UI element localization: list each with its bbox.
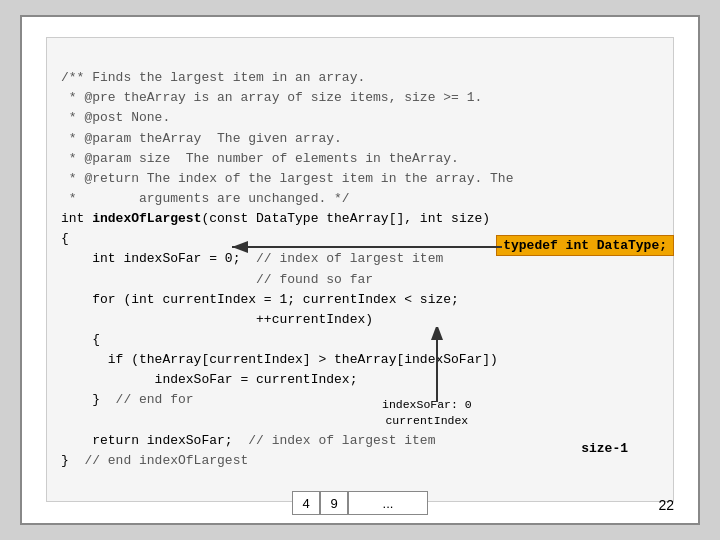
code-line-14: indexSoFar = currentIndex;: [61, 372, 357, 387]
code-line-15: } // end for: [61, 392, 194, 407]
annotation-currentindex: currentIndex: [382, 413, 472, 429]
page-dots: ...: [348, 491, 428, 515]
page-9[interactable]: 9: [320, 491, 348, 515]
typedef-box: typedef int DataType;: [496, 235, 674, 256]
page-number: 22: [658, 497, 674, 513]
code-line-10: int indexSoFar = 0; // index of largest …: [61, 251, 443, 286]
slide: /** Finds the largest item in an array. …: [20, 15, 700, 525]
code-line-12: {: [61, 332, 100, 347]
annotation-box: indexSoFar: 0 currentIndex: [382, 397, 472, 429]
code-line-13: if (theArray[currentIndex] > theArray[in…: [61, 352, 498, 367]
pagination-bar: 4 9 ...: [22, 491, 698, 515]
code-line-17: return indexSoFar; // index of largest i…: [61, 433, 435, 448]
code-line-9: {: [61, 231, 69, 246]
annotation-indexsofar: indexSoFar: 0: [382, 397, 472, 413]
page-4[interactable]: 4: [292, 491, 320, 515]
code-line-1: /** Finds the largest item in an array. …: [61, 70, 513, 206]
code-line-18: } // end indexOfLargest: [61, 453, 248, 468]
code-line-11: for (int currentIndex = 1; currentIndex …: [61, 292, 459, 327]
code-line-8: int indexOfLargest(const DataType theArr…: [61, 211, 490, 226]
size-label: size-1: [581, 441, 628, 456]
code-block: /** Finds the largest item in an array. …: [46, 37, 674, 502]
